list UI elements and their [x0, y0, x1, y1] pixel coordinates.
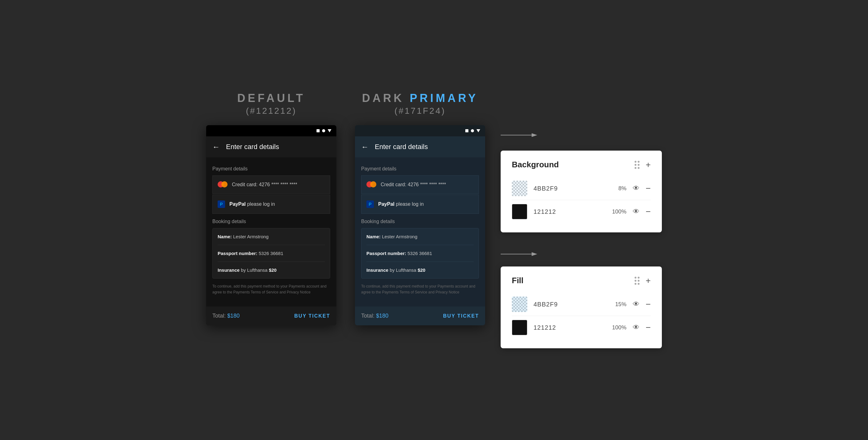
bg-swatch-1[interactable] — [512, 181, 527, 196]
background-box-header: Background + — [512, 160, 651, 169]
drag-dots-icon-bg[interactable] — [634, 161, 640, 169]
bg-remove-2[interactable]: − — [646, 207, 651, 217]
primary-word: PRIMARY — [410, 92, 478, 104]
paypal-subtext-dark: please log in — [396, 201, 424, 207]
bg-remove-1[interactable]: − — [646, 183, 651, 193]
fill-hex-2: 121212 — [533, 324, 602, 331]
fill-swatch-2[interactable] — [512, 320, 527, 335]
status-triangle-dark — [476, 129, 480, 132]
dark-primary-theme-title: DARK PRIMARY (#171F24) — [362, 92, 478, 116]
status-dot-dark-2 — [471, 129, 474, 132]
fill-swatch-1[interactable] — [512, 296, 527, 312]
credit-card-option-dark[interactable]: Credit card: 4276 **** **** **** — [361, 176, 479, 194]
bg-color-row-1: 4BB2F9 8% 👁 − — [512, 177, 651, 200]
status-dot-2 — [322, 129, 325, 132]
booking-fields-dark: Name: Lester Armstrong Passport number: … — [361, 228, 479, 279]
bg-swatch-2[interactable] — [512, 204, 527, 219]
background-box-title: Background — [512, 160, 559, 169]
phone-header-default: ← Enter card details — [206, 136, 336, 157]
disclaimer-default: To continue, add this payment method to … — [212, 279, 330, 300]
phone-body-default: Payment details Credit card: 4276 **** *… — [206, 157, 336, 307]
paypal-text-default: PayPal please log in — [229, 201, 275, 207]
drag-dots-icon-fill[interactable] — [634, 277, 640, 285]
bg-hex-2: 121212 — [533, 208, 602, 215]
paypal-option-default[interactable]: P PayPal please log in — [212, 195, 330, 214]
paypal-icon-dark: P — [366, 200, 374, 208]
status-bar-default — [206, 125, 336, 136]
buy-ticket-button-default[interactable]: BUY TICKET — [294, 313, 330, 319]
paypal-text-dark: PayPal please log in — [378, 201, 424, 207]
fill-opacity-2: 100% — [608, 324, 626, 331]
phone-body-dark: Payment details Credit card: 4276 **** *… — [355, 157, 485, 307]
buy-ticket-button-dark[interactable]: BUY TICKET — [443, 313, 479, 319]
paypal-option-dark[interactable]: P PayPal please log in — [361, 195, 479, 214]
payment-section-label-dark: Payment details — [361, 166, 479, 172]
credit-card-option-default[interactable]: Credit card: 4276 **** **** **** — [212, 176, 330, 194]
default-theme-title: DEFAULT (#121212) — [237, 92, 305, 116]
add-color-fill-button[interactable]: + — [646, 276, 651, 285]
default-theme-section: DEFAULT (#121212) ← Enter card details P… — [206, 92, 336, 325]
fill-color-row-2: 121212 100% 👁 − — [512, 316, 651, 339]
svg-marker-3 — [532, 252, 537, 256]
dark-primary-label-line1: DARK PRIMARY — [362, 92, 478, 105]
insurance-field-default: Insurance by Lufthansa $20 — [218, 262, 325, 278]
fill-box-title: Fill — [512, 276, 524, 285]
status-triangle — [328, 129, 331, 132]
paypal-icon-default: P — [218, 200, 225, 208]
name-field-dark: Name: Lester Armstrong — [366, 228, 474, 245]
status-dot-dark-1 — [465, 129, 468, 132]
bg-opacity-2: 100% — [608, 209, 626, 215]
mastercard-icon-dark — [366, 181, 376, 188]
fill-eye-icon-1[interactable]: 👁 — [633, 300, 640, 308]
arrow-svg-fill — [501, 248, 538, 260]
insurance-field-dark: Insurance by Lufthansa $20 — [366, 262, 474, 278]
fill-box-header: Fill + — [512, 276, 651, 285]
disclaimer-dark: To continue, add this payment method to … — [361, 279, 479, 300]
total-label-dark: Total: $180 — [361, 313, 389, 319]
dark-word: DARK — [362, 92, 410, 104]
status-dot-1 — [316, 129, 320, 132]
fill-remove-1[interactable]: − — [646, 299, 651, 309]
add-color-bg-button[interactable]: + — [646, 160, 651, 169]
fill-opacity-1: 15% — [608, 301, 626, 308]
fill-remove-2[interactable]: − — [646, 322, 651, 333]
booking-section-label-default: Booking details — [212, 219, 330, 224]
back-arrow-dark[interactable]: ← — [361, 143, 369, 151]
arrow-svg-background — [501, 129, 538, 141]
fill-color-row-1: 4BB2F9 15% 👁 − — [512, 293, 651, 316]
payment-section-label-default: Payment details — [212, 166, 330, 172]
fill-box-actions: + — [634, 276, 651, 285]
fill-eye-icon-2[interactable]: 👁 — [633, 323, 640, 332]
booking-fields-default: Name: Lester Armstrong Passport number: … — [212, 228, 330, 279]
bg-eye-icon-1[interactable]: 👁 — [633, 184, 640, 192]
fill-color-box: Fill + 4BB — [501, 266, 662, 348]
default-phone-mockup: ← Enter card details Payment details Cre… — [206, 125, 336, 325]
status-bar-dark — [355, 125, 485, 136]
fill-hex-1: 4BB2F9 — [533, 301, 602, 308]
credit-card-text-dark: Credit card: 4276 **** **** **** — [381, 182, 446, 187]
arrow-fill — [501, 248, 662, 260]
dark-primary-label-line2: (#171F24) — [362, 106, 478, 116]
right-section: Background + — [501, 129, 662, 348]
back-arrow-default[interactable]: ← — [212, 143, 220, 151]
default-label-line2: (#121212) — [237, 106, 305, 116]
svg-marker-1 — [532, 133, 537, 137]
default-label-line1: DEFAULT — [237, 92, 305, 105]
paypal-subtext-default: please log in — [247, 201, 275, 207]
passport-field-dark: Passport number: 5326 36681 — [366, 245, 474, 262]
main-container: DEFAULT (#121212) ← Enter card details P… — [0, 79, 868, 361]
bg-eye-icon-2[interactable]: 👁 — [633, 208, 640, 216]
credit-card-text-default: Credit card: 4276 **** **** **** — [232, 182, 297, 187]
paypal-label-dark: PayPal — [378, 201, 394, 207]
booking-section-label-dark: Booking details — [361, 219, 479, 224]
bg-color-row-2: 121212 100% 👁 − — [512, 200, 651, 223]
background-color-box: Background + — [501, 151, 662, 232]
phone-title-dark: Enter card details — [375, 143, 428, 151]
dark-primary-theme-section: DARK PRIMARY (#171F24) ← Enter card deta… — [355, 92, 485, 325]
phone-footer-dark: Total: $180 BUY TICKET — [355, 307, 485, 325]
total-label-default: Total: $180 — [212, 313, 240, 319]
passport-field-default: Passport number: 5326 36681 — [218, 245, 325, 262]
background-box-actions: + — [634, 160, 651, 169]
bg-hex-1: 4BB2F9 — [533, 185, 602, 192]
bg-opacity-1: 8% — [608, 185, 626, 192]
